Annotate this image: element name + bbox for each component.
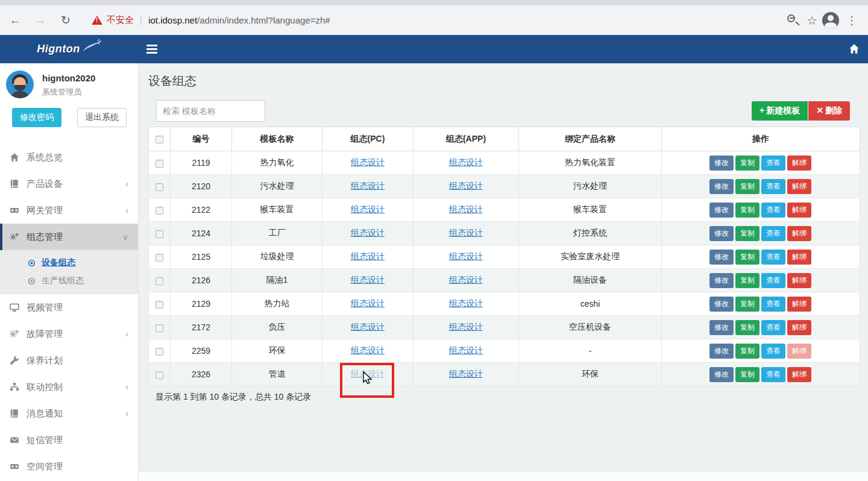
config-app-link[interactable]: 组态设计 bbox=[449, 369, 483, 379]
modify-button[interactable]: 修改 bbox=[709, 273, 734, 288]
back-icon[interactable]: ← bbox=[5, 10, 25, 31]
address-bar[interactable]: iot.idosp.net/admin/index.html?language=… bbox=[148, 15, 330, 25]
search-input[interactable] bbox=[156, 100, 265, 122]
view-button[interactable]: 查看 bbox=[761, 250, 785, 265]
config-pc-link[interactable]: 组态设计 bbox=[351, 204, 385, 214]
config-app-link[interactable]: 组态设计 bbox=[449, 228, 483, 237]
modify-button[interactable]: 修改 bbox=[709, 156, 734, 171]
copy-button[interactable]: 复制 bbox=[735, 297, 760, 312]
zoom-out-icon[interactable] bbox=[784, 11, 802, 30]
submenu-item-1[interactable]: 生产线组态 bbox=[0, 272, 138, 290]
row-checkbox[interactable] bbox=[156, 183, 163, 191]
config-app-link[interactable]: 组态设计 bbox=[449, 181, 483, 190]
config-app-link[interactable]: 组态设计 bbox=[449, 157, 483, 167]
copy-button[interactable]: 复制 bbox=[735, 367, 760, 382]
modify-button[interactable]: 修改 bbox=[709, 203, 734, 218]
forward-icon[interactable]: → bbox=[30, 10, 51, 31]
submenu-item-0[interactable]: 设备组态 bbox=[0, 254, 138, 272]
logout-button[interactable]: 退出系统 bbox=[77, 108, 127, 127]
sidebar-item-7[interactable]: 联动控制‹ bbox=[0, 374, 138, 400]
reload-icon[interactable]: ↻ bbox=[55, 10, 76, 31]
config-pc-link[interactable]: 组态设计 bbox=[351, 322, 385, 332]
copy-button[interactable]: 复制 bbox=[735, 156, 760, 171]
modify-button[interactable]: 修改 bbox=[709, 320, 734, 335]
row-checkbox[interactable] bbox=[156, 230, 163, 238]
view-button[interactable]: 查看 bbox=[761, 179, 785, 194]
copy-button[interactable]: 复制 bbox=[735, 226, 760, 241]
view-button[interactable]: 查看 bbox=[761, 367, 785, 382]
unbind-button[interactable]: 解绑 bbox=[787, 250, 811, 265]
sidebar-item-6[interactable]: 保养计划 bbox=[0, 347, 138, 374]
config-app-link[interactable]: 组态设计 bbox=[449, 322, 483, 332]
delete-button[interactable]: ✕删除 bbox=[808, 101, 850, 121]
sidebar-item-5[interactable]: 故障管理‹ bbox=[0, 321, 138, 347]
view-button[interactable]: 查看 bbox=[761, 156, 785, 171]
row-checkbox[interactable] bbox=[156, 371, 163, 379]
modify-button[interactable]: 修改 bbox=[709, 367, 734, 382]
config-pc-link[interactable]: 组态设计 bbox=[351, 181, 385, 190]
copy-button[interactable]: 复制 bbox=[735, 179, 760, 194]
sidebar-item-1[interactable]: 产品设备‹ bbox=[0, 171, 138, 197]
modify-button[interactable]: 修改 bbox=[709, 179, 734, 194]
brand-logo[interactable]: Hignton bbox=[0, 35, 139, 63]
config-app-link[interactable]: 组态设计 bbox=[449, 275, 483, 285]
unbind-button[interactable]: 解绑 bbox=[787, 273, 811, 288]
bookmark-star-icon[interactable]: ☆ bbox=[807, 13, 817, 28]
config-app-link[interactable]: 组态设计 bbox=[449, 251, 483, 261]
sidebar-item-10[interactable]: 空间管理 bbox=[0, 453, 138, 480]
new-template-button[interactable]: +新建模板 bbox=[752, 101, 808, 121]
change-password-button[interactable]: 修改密码 bbox=[12, 108, 61, 127]
copy-button[interactable]: 复制 bbox=[735, 320, 760, 335]
row-checkbox[interactable] bbox=[156, 348, 163, 356]
view-button[interactable]: 查看 bbox=[761, 297, 785, 312]
view-button[interactable]: 查看 bbox=[761, 344, 785, 359]
row-checkbox[interactable] bbox=[156, 301, 163, 309]
hamburger-menu-icon[interactable] bbox=[146, 45, 157, 53]
warning-icon[interactable]: ! bbox=[92, 16, 102, 25]
config-pc-link[interactable]: 组态设计 bbox=[351, 298, 385, 308]
config-app-link[interactable]: 组态设计 bbox=[449, 298, 483, 308]
config-app-link[interactable]: 组态设计 bbox=[449, 345, 483, 355]
header-home-icon[interactable] bbox=[849, 43, 860, 54]
config-pc-link[interactable]: 组态设计 bbox=[351, 157, 385, 167]
modify-button[interactable]: 修改 bbox=[709, 226, 734, 241]
browser-menu-icon[interactable]: ⋮ bbox=[844, 14, 860, 27]
not-secure-label[interactable]: 不安全 bbox=[107, 14, 134, 26]
config-pc-link[interactable]: 组态设计 bbox=[351, 251, 385, 261]
select-all-checkbox[interactable] bbox=[156, 136, 163, 143]
config-pc-link[interactable]: 组态设计 bbox=[351, 275, 385, 285]
sidebar-item-0[interactable]: 系统总览 bbox=[0, 144, 138, 171]
unbind-button[interactable]: 解绑 bbox=[787, 226, 811, 241]
row-checkbox[interactable] bbox=[156, 324, 163, 332]
row-checkbox[interactable] bbox=[156, 277, 163, 285]
unbind-button[interactable]: 解绑 bbox=[787, 156, 811, 171]
modify-button[interactable]: 修改 bbox=[709, 344, 734, 359]
copy-button[interactable]: 复制 bbox=[735, 250, 760, 265]
unbind-button[interactable]: 解绑 bbox=[787, 367, 811, 382]
row-checkbox[interactable] bbox=[156, 207, 163, 215]
sidebar-item-4[interactable]: 视频管理 bbox=[0, 294, 138, 321]
copy-button[interactable]: 复制 bbox=[735, 273, 760, 288]
view-button[interactable]: 查看 bbox=[761, 320, 785, 335]
view-button[interactable]: 查看 bbox=[761, 203, 785, 218]
sidebar-item-9[interactable]: 短信管理 bbox=[0, 427, 138, 453]
unbind-button[interactable]: 解绑 bbox=[787, 297, 811, 312]
config-pc-link[interactable]: 组态设计 bbox=[351, 345, 385, 355]
sidebar-item-2[interactable]: 网关管理‹ bbox=[0, 197, 138, 224]
row-checkbox[interactable] bbox=[156, 160, 163, 168]
config-app-link[interactable]: 组态设计 bbox=[449, 204, 483, 214]
browser-profile-icon[interactable] bbox=[822, 12, 839, 29]
unbind-button[interactable]: 解绑 bbox=[787, 179, 811, 194]
modify-button[interactable]: 修改 bbox=[709, 297, 734, 312]
copy-button[interactable]: 复制 bbox=[735, 203, 760, 218]
row-checkbox[interactable] bbox=[156, 254, 163, 262]
unbind-button[interactable]: 解绑 bbox=[787, 320, 811, 335]
sidebar-item-8[interactable]: 消息通知‹ bbox=[0, 400, 138, 427]
sidebar-item-3[interactable]: 组态管理∨ bbox=[0, 224, 138, 250]
modify-button[interactable]: 修改 bbox=[709, 250, 734, 265]
unbind-button[interactable]: 解绑 bbox=[787, 203, 811, 218]
view-button[interactable]: 查看 bbox=[761, 226, 785, 241]
view-button[interactable]: 查看 bbox=[761, 273, 785, 288]
copy-button[interactable]: 复制 bbox=[735, 344, 760, 359]
config-pc-link[interactable]: 组态设计 bbox=[351, 228, 385, 237]
